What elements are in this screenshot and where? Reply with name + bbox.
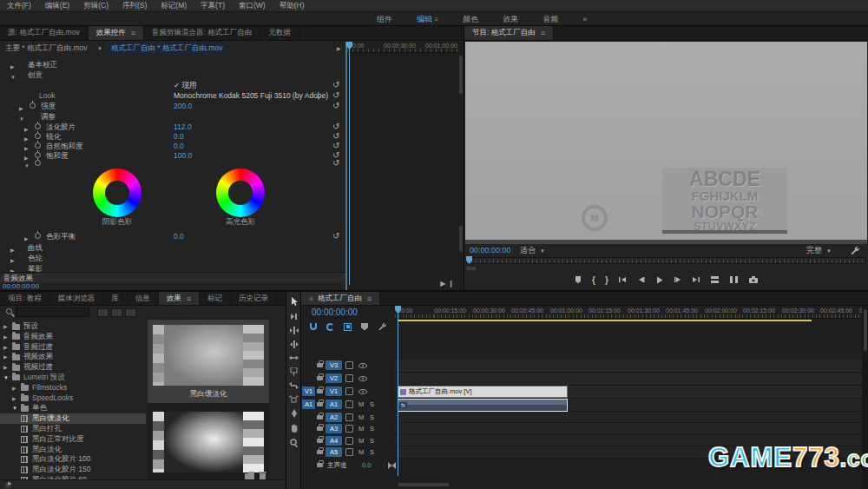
reset-icon[interactable]: ↺ (332, 160, 339, 167)
sync-lock-icon[interactable] (345, 361, 353, 369)
workspace-assembly[interactable]: 组件 (365, 14, 404, 25)
track-lane-a3[interactable] (395, 423, 862, 434)
tab-markers[interactable]: 标记 (200, 292, 231, 305)
tree-folder-lumetri-presets[interactable]: ▼Lumetri 预设 (0, 373, 146, 383)
source-patch-v1[interactable]: V1 (302, 387, 315, 396)
pen-tool-icon[interactable] (291, 409, 298, 418)
mute-button[interactable]: M (358, 423, 364, 434)
param-color-wheels[interactable]: ▶ 色轮 (0, 253, 344, 263)
menu-item-sequence[interactable]: 序列(S) (115, 1, 154, 11)
timeline-ruler[interactable]: 00:00 00:00:15:00 00:00:30:00 00:00:45:0… (395, 306, 862, 319)
mini-scrollbar[interactable] (459, 226, 463, 252)
export-frame-icon[interactable] (748, 275, 759, 284)
track-target-button[interactable]: V2 (326, 373, 342, 383)
preset-preview-card-selected[interactable]: 黑白缓淡化 (148, 320, 269, 403)
collapse-icon[interactable]: ▼ (3, 375, 9, 380)
param-value[interactable]: 200.0 (174, 101, 192, 111)
expand-icon[interactable]: ▶ (12, 396, 16, 401)
master-meter-icon[interactable] (388, 462, 396, 471)
preset-preview-card[interactable] (153, 412, 264, 472)
timeline-settings-wrench-icon[interactable] (378, 319, 386, 334)
slip-tool-icon[interactable] (289, 382, 299, 389)
sync-lock-icon[interactable] (345, 400, 353, 408)
zoom-tool-icon[interactable] (290, 439, 299, 447)
extract-icon[interactable] (729, 275, 739, 284)
tab-effect-controls[interactable]: 效果控件≡ (89, 26, 144, 40)
add-marker-icon[interactable] (361, 323, 368, 331)
menu-item-edit[interactable]: 编辑(E) (38, 1, 76, 11)
panel-menu-icon[interactable]: ≡ (367, 294, 372, 303)
tree-folder-audio-transitions[interactable]: ▶音频过渡 (0, 342, 146, 353)
filter-accelerated-button[interactable] (97, 308, 108, 317)
tree-preset-bw-punch[interactable]: 黑白打孔 (0, 424, 146, 434)
tree-folder-video-transitions[interactable]: ▶视频过渡 (0, 362, 146, 373)
track-target-button[interactable]: A4 (326, 436, 342, 446)
sync-lock-icon[interactable] (345, 387, 353, 395)
active-checkbox[interactable]: ✓ 现用 (174, 80, 197, 90)
tree-preset-bw-faded-film-100[interactable]: 黑白淡化胶片 100 (0, 454, 146, 465)
mini-ruler[interactable]: 00:00 00:00:30:00 00:01:00:00 (347, 42, 458, 53)
program-scrub-bar[interactable] (466, 257, 866, 264)
snap-icon[interactable] (310, 323, 317, 330)
tree-folder-presets[interactable]: ▶预设 (0, 321, 146, 332)
track-lane-v2[interactable] (395, 373, 862, 386)
reset-icon[interactable]: ↺ (332, 231, 339, 241)
tab-effects[interactable]: 效果≡ (159, 292, 200, 305)
track-target-button[interactable]: V1 (326, 387, 342, 396)
chevron-down-icon[interactable]: ▼ (97, 46, 102, 51)
go-to-out-icon[interactable] (692, 275, 700, 284)
tree-folder-audio-effects[interactable]: ▶音频效果 (0, 332, 146, 342)
rate-stretch-tool-icon[interactable] (289, 354, 299, 361)
collapse-header-icon[interactable]: ▶ (337, 46, 341, 51)
stopwatch-icon[interactable] (35, 123, 41, 129)
tab-libraries[interactable]: 库 (103, 292, 128, 305)
lock-icon[interactable] (317, 415, 323, 420)
rolling-edit-tool-icon[interactable] (290, 340, 299, 348)
expand-icon[interactable]: ▶ (12, 386, 16, 391)
sync-lock-icon[interactable] (345, 437, 353, 445)
play-around-icon[interactable]: ▶❙ (440, 280, 457, 287)
lock-icon[interactable] (317, 402, 323, 406)
go-to-in-icon[interactable] (618, 275, 627, 284)
expand-icon[interactable]: ▶ (3, 354, 8, 360)
program-h-scrollbar[interactable] (466, 267, 477, 270)
nest-icon[interactable] (344, 323, 352, 331)
workspace-audio[interactable]: 音频 (530, 14, 570, 25)
lock-icon[interactable] (317, 376, 323, 380)
param-basic-correction[interactable]: ▶ 基本校正 (0, 59, 344, 69)
step-forward-icon[interactable] (674, 275, 682, 284)
mini-playhead[interactable] (349, 42, 350, 285)
mute-button[interactable]: M (358, 412, 364, 423)
filter-yuv-button[interactable] (125, 308, 136, 317)
param-curves[interactable]: ▶ 曲线 (0, 242, 344, 253)
source-patch-a1[interactable]: A1 (302, 400, 315, 409)
shadow-tint-wheel[interactable] (93, 169, 141, 217)
linked-selection-icon[interactable] (326, 323, 334, 331)
mini-scrollbar[interactable] (459, 56, 463, 94)
reset-icon[interactable]: ↺ (332, 80, 339, 90)
menu-item-clip[interactable]: 剪辑(C) (76, 1, 115, 11)
timeline-h-scrollbar[interactable] (398, 483, 450, 486)
param-adjustments[interactable]: ▼ 调整 (0, 111, 344, 122)
solo-button[interactable]: S (370, 423, 374, 434)
menu-item-marker[interactable]: 标记(M) (154, 1, 194, 11)
track-output-eye-icon[interactable] (358, 363, 367, 368)
reset-icon[interactable]: ↺ (332, 90, 339, 101)
workspace-effects[interactable]: 效果 (490, 14, 530, 25)
tree-preset-bw-soft-fade[interactable]: 黑白缓淡化 (0, 413, 146, 424)
audio-clip-selected[interactable]: fx (398, 399, 568, 412)
panel-menu-icon[interactable]: ≡ (435, 16, 439, 23)
lock-icon[interactable] (317, 363, 323, 367)
panel-menu-icon[interactable]: ≡ (541, 29, 545, 37)
hand-tool-icon[interactable] (290, 424, 299, 433)
mark-out-icon[interactable]: } (605, 275, 608, 285)
track-target-button[interactable]: A1 (326, 400, 342, 409)
mute-button[interactable]: M (358, 435, 364, 446)
workspace-color[interactable]: 颜色 (450, 14, 490, 25)
workspace-editing[interactable]: 编辑 ≡ (404, 14, 450, 25)
stopwatch-icon[interactable] (35, 133, 41, 139)
sync-lock-icon[interactable] (345, 448, 353, 456)
expand-icon[interactable]: ▶ (3, 365, 8, 370)
track-target-button[interactable]: A2 (326, 413, 342, 422)
step-back-icon[interactable] (636, 275, 645, 284)
